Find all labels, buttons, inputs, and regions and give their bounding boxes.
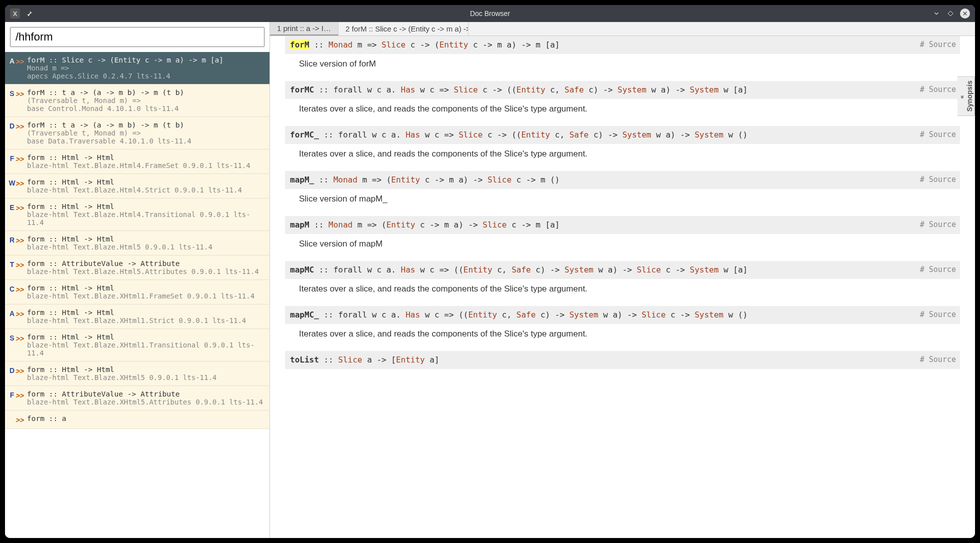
result-item[interactable]: S>>forM :: t a -> (a -> m b) -> m (t b)(… <box>5 84 270 117</box>
haskell-icon: >> <box>16 202 27 212</box>
haskell-icon: >> <box>16 414 27 424</box>
result-item[interactable]: D>>form :: Html -> Htmlblaze-html Text.B… <box>5 362 270 386</box>
doc-description: Slice version of mapM_ <box>285 189 960 209</box>
haskell-icon: >> <box>16 56 27 66</box>
results-list[interactable]: A>>forM :: Slice c -> (Entity c -> m a) … <box>5 52 270 538</box>
result-key: C <box>8 284 16 293</box>
result-key: S <box>8 333 16 342</box>
search-input[interactable] <box>10 27 264 47</box>
result-item[interactable]: F>>form :: AttributeValue -> Attributebl… <box>5 386 270 410</box>
result-item[interactable]: W>>form :: Html -> Htmlblaze-html Text.B… <box>5 174 270 198</box>
result-key: F <box>8 390 16 399</box>
app-icon: X <box>10 8 20 18</box>
source-link[interactable]: # Source <box>920 174 956 186</box>
result-meta: blaze-html Text.Blaze.XHtml1.FrameSet 0.… <box>27 292 266 300</box>
source-link[interactable]: # Source <box>920 84 956 96</box>
result-signature: form :: Html -> Html <box>27 154 266 162</box>
result-context: (Traversable t, Monad m) => <box>27 129 266 137</box>
doc-entry: mapM :: Monad m => (Entity c -> m a) -> … <box>285 216 960 254</box>
result-meta: base Control.Monad 4.10.1.0 lts-11.4 <box>27 104 266 112</box>
result-item[interactable]: S>>form :: Html -> Htmlblaze-html Text.B… <box>5 329 270 362</box>
result-signature: forM :: t a -> (a -> m b) -> m (t b) <box>27 121 266 129</box>
source-link[interactable]: # Source <box>920 309 956 320</box>
doc-description: Slice version of mapM <box>285 234 960 254</box>
result-meta: blaze-html Text.Blaze.Html5.Attributes 0… <box>27 268 266 276</box>
main-pane: 1 print :: a -> I…2 forM :: Slice c -> (… <box>270 22 975 538</box>
source-link[interactable]: # Source <box>920 264 956 276</box>
doc-entry: mapM_ :: Monad m => (Entity c -> m a) ->… <box>285 171 960 209</box>
result-key: T <box>8 260 16 268</box>
result-meta: apecs Apecs.Slice 0.2.4.7 lts-11.4 <box>27 72 266 80</box>
result-signature: form :: Html -> Html <box>27 333 266 341</box>
app-window: X Doc Browser A>>forM :: Slice c -> (Ent… <box>5 5 975 538</box>
tab[interactable]: 2 forM :: Slice c -> (Entity c -> m a) -… <box>338 22 468 36</box>
result-item[interactable]: D>>forM :: t a -> (a -> m b) -> m (t b)(… <box>5 117 270 150</box>
signature-bar: mapM_ :: Monad m => (Entity c -> m a) ->… <box>285 171 960 189</box>
result-item[interactable]: F>>form :: Html -> Htmlblaze-html Text.B… <box>5 150 270 174</box>
doc-description: Iterates over a slice, and reads the com… <box>285 324 960 344</box>
haskell-icon: >> <box>16 333 27 343</box>
result-signature: form :: AttributeValue -> Attribute <box>27 390 266 398</box>
signature-bar: toList :: Slice a -> [Entity a]# Source <box>285 351 960 369</box>
result-signature: form :: Html -> Html <box>27 308 266 316</box>
maximize-icon[interactable] <box>946 9 955 18</box>
result-meta: blaze-html Text.Blaze.XHtml5.Attributes … <box>27 398 266 406</box>
source-link[interactable]: # Source <box>920 129 956 140</box>
result-meta: blaze-html Text.Blaze.Html4.Strict 0.9.0… <box>27 186 266 194</box>
synopsis-toggle[interactable]: « Synopsis <box>958 76 975 116</box>
source-link[interactable]: # Source <box>920 39 956 50</box>
tabs: 1 print :: a -> I…2 forM :: Slice c -> (… <box>270 22 975 36</box>
tab[interactable]: 1 print :: a -> I… <box>270 22 338 36</box>
result-item[interactable]: T>>form :: AttributeValue -> Attributebl… <box>5 256 270 280</box>
window-title: Doc Browser <box>470 10 510 18</box>
doc-entry: forMC_ :: forall w c a. Has w c => Slice… <box>285 126 960 164</box>
source-link[interactable]: # Source <box>920 219 956 230</box>
doc-entry: forM :: Monad m => Slice c -> (Entity c … <box>285 36 960 74</box>
haskell-icon: >> <box>16 178 27 188</box>
result-meta: blaze-html Text.Blaze.Html4.Transitional… <box>27 210 266 226</box>
doc-view[interactable]: « Synopsis forM :: Monad m => Slice c ->… <box>270 36 975 538</box>
result-key: F <box>8 154 16 162</box>
result-signature: form :: Html -> Html <box>27 202 266 210</box>
sidebar: A>>forM :: Slice c -> (Entity c -> m a) … <box>5 22 270 538</box>
result-key: A <box>8 308 16 318</box>
minimize-icon[interactable] <box>932 9 941 18</box>
result-signature: form :: AttributeValue -> Attribute <box>27 260 266 268</box>
signature-bar: forMC :: forall w c a. Has w c => Slice … <box>285 81 960 99</box>
close-icon[interactable] <box>960 8 970 18</box>
result-item[interactable]: C>>form :: Html -> Htmlblaze-html Text.B… <box>5 280 270 304</box>
result-key: D <box>8 121 16 130</box>
haskell-icon: >> <box>16 235 27 245</box>
result-signature: form :: Html -> Html <box>27 235 266 243</box>
result-key: E <box>8 202 16 212</box>
result-key: W <box>8 178 16 187</box>
result-meta: blaze-html Text.Blaze.XHtml1.Strict 0.9.… <box>27 316 266 324</box>
result-meta: blaze-html Text.Blaze.XHtml5 0.9.0.1 lts… <box>27 374 266 382</box>
doc-entry: mapMC :: forall w c a. Has w c => ((Enti… <box>285 261 960 299</box>
result-signature: forM :: t a -> (a -> m b) -> m (t b) <box>27 88 266 96</box>
haskell-icon: >> <box>16 121 27 131</box>
result-signature: form :: a <box>27 414 266 422</box>
result-item[interactable]: >>form :: a <box>5 410 270 429</box>
result-signature: form :: Html -> Html <box>27 366 266 374</box>
result-meta: blaze-html Text.Blaze.Html4.FrameSet 0.9… <box>27 162 266 170</box>
signature-bar: forM :: Monad m => Slice c -> (Entity c … <box>285 36 960 54</box>
signature-bar: mapM :: Monad m => (Entity c -> m a) -> … <box>285 216 960 234</box>
titlebar: X Doc Browser <box>5 5 975 22</box>
result-key: D <box>8 366 16 374</box>
result-item[interactable]: R>>form :: Html -> Htmlblaze-html Text.B… <box>5 231 270 256</box>
doc-entry: toList :: Slice a -> [Entity a]# Source <box>285 351 960 369</box>
result-key: R <box>8 235 16 244</box>
result-meta: blaze-html Text.Blaze.XHtml1.Transitiona… <box>27 341 266 357</box>
haskell-icon: >> <box>16 308 27 318</box>
result-item[interactable]: A>>forM :: Slice c -> (Entity c -> m a) … <box>5 52 270 84</box>
doc-entry: forMC :: forall w c a. Has w c => Slice … <box>285 81 960 119</box>
result-signature: form :: Html -> Html <box>27 284 266 292</box>
result-item[interactable]: A>>form :: Html -> Htmlblaze-html Text.B… <box>5 304 270 329</box>
result-signature: form :: Html -> Html <box>27 178 266 186</box>
pin-icon[interactable] <box>25 9 34 18</box>
result-item[interactable]: E>>form :: Html -> Htmlblaze-html Text.B… <box>5 198 270 231</box>
source-link[interactable]: # Source <box>920 354 956 366</box>
doc-description: Iterates over a slice, and reads the com… <box>285 99 960 119</box>
haskell-icon: >> <box>16 260 27 270</box>
